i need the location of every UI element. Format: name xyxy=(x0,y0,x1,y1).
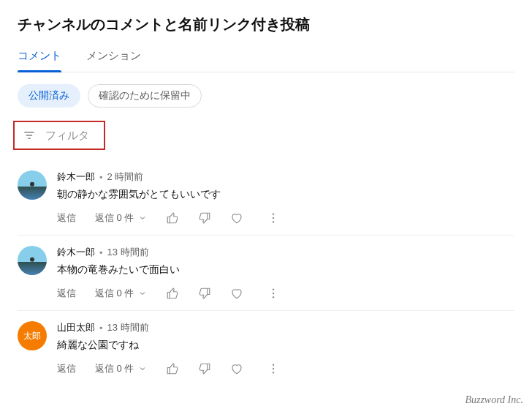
more-icon[interactable] xyxy=(267,287,280,300)
replies-count: 返信 0 件 xyxy=(95,362,134,375)
comment-item: 鈴木一郎 • 13 時間前 本物の竜巻みたいで面白い 返信 返信 0 件 xyxy=(18,235,514,310)
svg-point-5 xyxy=(273,221,274,222)
comment-list: 鈴木一郎 • 2 時間前 朝の静かな雰囲気がとてもいいです 返信 返信 0 件 xyxy=(18,160,514,386)
comment-author[interactable]: 山田太郎 xyxy=(57,321,95,334)
replies-toggle[interactable]: 返信 0 件 xyxy=(95,211,147,225)
replies-toggle[interactable]: 返信 0 件 xyxy=(95,287,147,300)
heart-icon[interactable] xyxy=(230,287,243,300)
svg-point-4 xyxy=(273,217,274,219)
filter-icon xyxy=(22,128,37,143)
heart-icon[interactable] xyxy=(230,211,243,225)
svg-point-7 xyxy=(273,293,274,294)
comment-time: 13 時間前 xyxy=(107,321,149,334)
comment-author[interactable]: 鈴木一郎 xyxy=(57,246,95,259)
reply-button[interactable]: 返信 xyxy=(57,211,76,225)
dislike-icon[interactable] xyxy=(198,287,211,300)
chevron-down-icon xyxy=(138,364,147,373)
comment-author[interactable]: 鈴木一郎 xyxy=(57,170,95,184)
comment-item: 太郎 山田太郎 • 13 時間前 綺麗な公園ですね 返信 返信 0 件 xyxy=(18,310,514,386)
comment-text: 綺麗な公園ですね xyxy=(57,339,514,352)
svg-point-9 xyxy=(273,364,274,366)
like-icon[interactable] xyxy=(166,362,179,375)
dislike-icon[interactable] xyxy=(198,362,211,375)
comment-time: 2 時間前 xyxy=(107,170,144,184)
avatar[interactable]: 太郎 xyxy=(18,321,47,350)
replies-count: 返信 0 件 xyxy=(95,211,134,225)
like-icon[interactable] xyxy=(166,287,179,300)
avatar[interactable] xyxy=(18,170,47,200)
tab-comments[interactable]: コメント xyxy=(18,49,61,72)
filter-label: フィルタ xyxy=(45,129,89,143)
comment-text: 朝の静かな雰囲気がとてもいいです xyxy=(57,188,514,201)
svg-point-6 xyxy=(273,289,274,290)
like-icon[interactable] xyxy=(166,211,179,225)
svg-point-3 xyxy=(273,214,274,215)
svg-point-10 xyxy=(273,368,274,369)
dislike-icon[interactable] xyxy=(198,211,211,225)
reply-button[interactable]: 返信 xyxy=(57,362,76,375)
reply-button[interactable]: 返信 xyxy=(57,287,76,300)
chip-held-for-review[interactable]: 確認のために保留中 xyxy=(88,84,202,108)
chevron-down-icon xyxy=(138,289,147,298)
separator: • xyxy=(99,247,103,258)
svg-point-11 xyxy=(273,372,274,373)
footer-credit: Buzzword Inc. xyxy=(0,386,532,413)
more-icon[interactable] xyxy=(267,362,280,375)
tab-mentions[interactable]: メンション xyxy=(86,49,141,72)
tabs: コメント メンション xyxy=(18,49,514,72)
page-title: チャンネルのコメントと名前リンク付き投稿 xyxy=(18,15,514,34)
separator: • xyxy=(99,323,103,334)
heart-icon[interactable] xyxy=(230,362,243,375)
replies-toggle[interactable]: 返信 0 件 xyxy=(95,362,147,375)
comment-item: 鈴木一郎 • 2 時間前 朝の静かな雰囲気がとてもいいです 返信 返信 0 件 xyxy=(18,160,514,235)
separator: • xyxy=(99,172,103,183)
filter-button[interactable]: フィルタ xyxy=(13,121,105,150)
replies-count: 返信 0 件 xyxy=(95,287,134,300)
status-chips: 公開済み 確認のために保留中 xyxy=(18,84,514,108)
comment-text: 本物の竜巻みたいで面白い xyxy=(57,263,514,277)
more-icon[interactable] xyxy=(267,211,280,225)
avatar[interactable] xyxy=(18,246,47,275)
comment-time: 13 時間前 xyxy=(107,246,149,259)
chevron-down-icon xyxy=(138,214,147,222)
chip-published[interactable]: 公開済み xyxy=(18,84,80,108)
svg-point-8 xyxy=(273,296,274,298)
